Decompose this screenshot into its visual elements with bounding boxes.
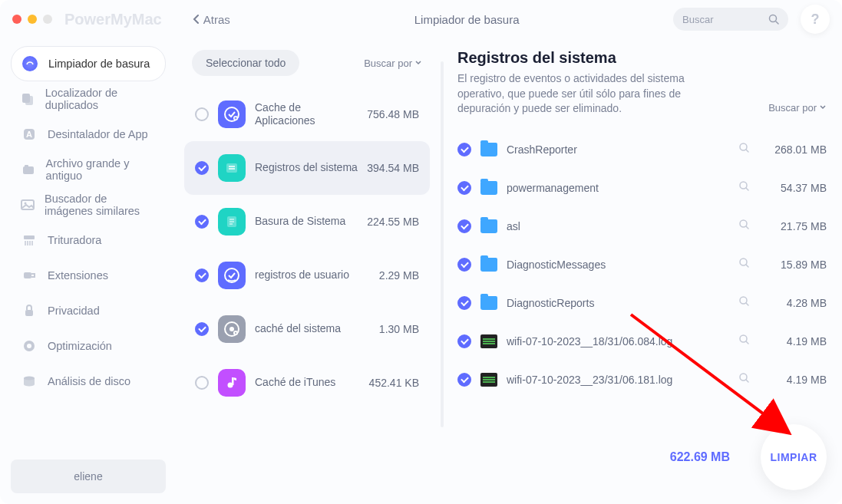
file-name: DiagnosticMessages bbox=[507, 259, 729, 271]
sidebar-item-label: Extensiones bbox=[48, 269, 108, 282]
file-row[interactable]: DiagnosticReports4.28 MB bbox=[457, 284, 827, 322]
folder-icon bbox=[480, 296, 497, 310]
svg-rect-8 bbox=[25, 165, 28, 167]
category-item[interactable]: registros de usuario2.29 MB bbox=[184, 249, 430, 302]
reveal-button[interactable] bbox=[738, 372, 750, 387]
checkbox[interactable] bbox=[195, 268, 209, 282]
traffic-lights bbox=[12, 15, 52, 24]
svg-point-2 bbox=[22, 56, 38, 71]
chevron-down-icon bbox=[819, 104, 827, 110]
checkbox[interactable] bbox=[195, 107, 209, 121]
sidebar-item-large[interactable]: Archivo grande y antiguo bbox=[11, 152, 166, 187]
select-all-button[interactable]: Seleccionar todo bbox=[192, 50, 299, 76]
close-window-button[interactable] bbox=[12, 15, 21, 24]
category-icon bbox=[218, 100, 246, 128]
reveal-button[interactable] bbox=[738, 257, 750, 272]
category-header: Seleccionar todo Buscar por bbox=[184, 46, 430, 80]
detail-sort-dropdown[interactable]: Buscar por bbox=[768, 102, 827, 114]
uninstall-icon: A bbox=[20, 125, 38, 143]
category-icon bbox=[218, 154, 246, 182]
file-name: asl bbox=[507, 220, 729, 232]
file-row[interactable]: CrashReporter268.01 MB bbox=[457, 130, 827, 169]
help-button[interactable]: ? bbox=[801, 5, 830, 34]
clean-button[interactable]: LIMPIAR bbox=[761, 424, 827, 490]
checkbox[interactable] bbox=[457, 334, 471, 348]
category-item[interactable]: Caché de iTunes452.41 KB bbox=[184, 356, 430, 410]
category-icon bbox=[218, 208, 246, 236]
checkbox[interactable] bbox=[195, 322, 209, 336]
checkbox[interactable] bbox=[195, 161, 209, 175]
file-row[interactable]: asl21.75 MB bbox=[457, 207, 827, 245]
sidebar-item-uninstall[interactable]: ADesintalador de App bbox=[11, 117, 166, 152]
category-icon bbox=[218, 315, 246, 343]
sidebar-item-label: Localizador de duplicados bbox=[45, 87, 157, 111]
reveal-button[interactable] bbox=[738, 334, 750, 348]
sidebar-item-shred[interactable]: Trituradora bbox=[11, 222, 166, 258]
sidebar-item-disk[interactable]: Análisis de disco bbox=[11, 364, 166, 399]
user-box[interactable]: eliene bbox=[11, 460, 166, 493]
svg-point-19 bbox=[27, 344, 31, 348]
detail-header: Registros del sistema El registro de eve… bbox=[457, 49, 827, 117]
svg-text:A: A bbox=[26, 130, 32, 139]
category-list: Cache de Aplicaciones756.48 MBRegistros … bbox=[184, 87, 430, 410]
chevron-left-icon bbox=[193, 14, 200, 25]
category-icon bbox=[218, 262, 246, 289]
file-size: 15.89 MB bbox=[759, 259, 827, 271]
file-size: 54.37 MB bbox=[759, 182, 827, 194]
sidebar-item-dup[interactable]: Localizador de duplicados bbox=[11, 81, 166, 117]
images-icon bbox=[20, 196, 35, 214]
checkbox[interactable] bbox=[195, 215, 209, 229]
reveal-button[interactable] bbox=[738, 219, 750, 233]
zoom-window-button[interactable] bbox=[43, 15, 52, 24]
category-item[interactable]: Basura de Sistema224.55 MB bbox=[184, 195, 430, 249]
search-input[interactable] bbox=[682, 14, 768, 25]
reveal-button[interactable] bbox=[738, 142, 750, 156]
logfile-icon bbox=[480, 334, 497, 348]
svg-line-40 bbox=[746, 188, 748, 190]
file-name: wifi-07-10-2023__18/31/06.084.log bbox=[507, 335, 729, 348]
sidebar-item-optim[interactable]: Optimización bbox=[11, 328, 166, 364]
checkbox[interactable] bbox=[457, 258, 471, 272]
sidebar-item-label: Buscador de imágenes similares bbox=[45, 193, 157, 217]
sidebar-item-label: Archivo grande y antiguo bbox=[46, 157, 157, 182]
reveal-button[interactable] bbox=[738, 295, 750, 310]
file-name: powermanagement bbox=[507, 182, 729, 194]
svg-point-32 bbox=[229, 327, 234, 331]
folder-icon bbox=[480, 181, 497, 195]
category-label: Caché de iTunes bbox=[255, 376, 360, 390]
file-row[interactable]: powermanagement54.37 MB bbox=[457, 169, 827, 207]
sidebar: Limpiador de basuraLocalizador de duplic… bbox=[0, 38, 177, 504]
file-row[interactable]: DiagnosticMessages15.89 MB bbox=[457, 245, 827, 284]
checkbox[interactable] bbox=[457, 181, 471, 195]
checkbox[interactable] bbox=[195, 376, 209, 390]
svg-rect-23 bbox=[226, 163, 237, 173]
checkbox[interactable] bbox=[457, 373, 471, 387]
checkbox[interactable] bbox=[457, 219, 471, 233]
total-size: 622.69 MB bbox=[670, 450, 730, 464]
minimize-window-button[interactable] bbox=[28, 15, 37, 24]
folder-icon bbox=[480, 258, 497, 272]
file-row[interactable]: wifi-07-10-2023__18/31/06.084.log4.19 MB bbox=[457, 322, 827, 361]
optim-icon bbox=[20, 337, 38, 355]
sidebar-item-ext[interactable]: Extensiones bbox=[11, 258, 166, 293]
reveal-button[interactable] bbox=[738, 180, 750, 195]
sort-dropdown[interactable]: Buscar por bbox=[364, 58, 422, 69]
title-bar: PowerMyMac Atras Limpiador de basura ? bbox=[0, 0, 842, 38]
category-item[interactable]: caché del sistema1.30 MB bbox=[184, 302, 430, 356]
file-row[interactable]: wifi-07-10-2023__23/31/06.181.log4.19 MB bbox=[457, 361, 827, 399]
back-button[interactable]: Atras bbox=[193, 13, 230, 26]
sidebar-item-junk[interactable]: Limpiador de basura bbox=[11, 46, 166, 81]
sidebar-item-privacy[interactable]: Privacidad bbox=[11, 293, 166, 328]
svg-line-1 bbox=[776, 21, 778, 24]
checkbox[interactable] bbox=[457, 143, 471, 156]
ext-icon bbox=[20, 266, 38, 285]
search-input-container[interactable] bbox=[673, 8, 788, 31]
dup-icon bbox=[20, 90, 36, 108]
checkbox[interactable] bbox=[457, 296, 471, 310]
category-size: 756.48 MB bbox=[367, 108, 419, 120]
file-list: CrashReporter268.01 MBpowermanagement54.… bbox=[457, 130, 827, 399]
category-item[interactable]: Cache de Aplicaciones756.48 MB bbox=[184, 87, 430, 141]
file-size: 21.75 MB bbox=[759, 220, 827, 232]
category-item[interactable]: Registros del sistema394.54 MB bbox=[184, 141, 430, 195]
sidebar-item-images[interactable]: Buscador de imágenes similares bbox=[11, 187, 166, 222]
